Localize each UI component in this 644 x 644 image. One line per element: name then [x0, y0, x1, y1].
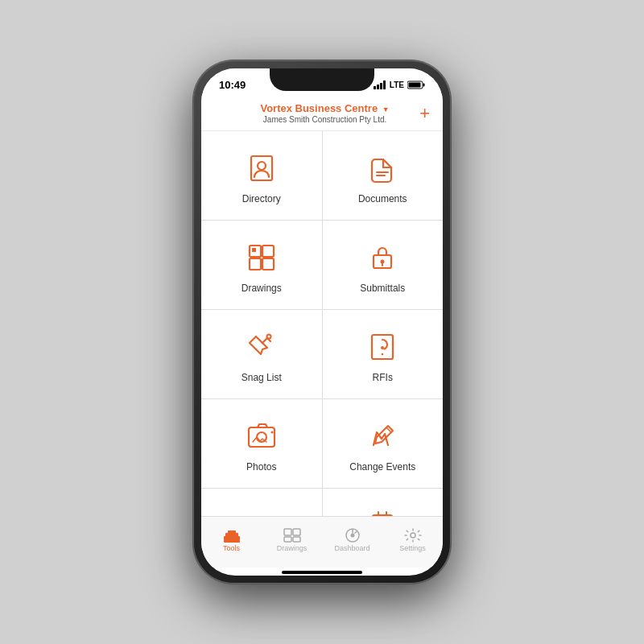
svg-rect-10 — [262, 246, 274, 257]
svg-rect-0 — [374, 86, 376, 89]
grid-item-commitments[interactable]: Commitments — [201, 489, 322, 516]
dropdown-icon[interactable]: ▼ — [382, 105, 390, 114]
documents-icon — [364, 150, 401, 187]
menu-grid: Directory Documents — [201, 131, 443, 516]
svg-point-39 — [350, 533, 354, 537]
svg-point-8 — [258, 162, 266, 170]
dashboard-nav-icon — [344, 528, 361, 543]
grid-item-directory[interactable]: Directory — [201, 131, 322, 220]
submittals-icon — [364, 239, 401, 276]
svg-rect-11 — [250, 258, 261, 270]
nav-item-dashboard[interactable]: Dashboard — [322, 517, 382, 563]
svg-rect-35 — [293, 529, 300, 535]
nav-item-settings[interactable]: Settings — [382, 517, 443, 563]
svg-rect-2 — [380, 83, 382, 89]
svg-rect-3 — [383, 80, 386, 89]
grid-item-snag-list[interactable]: Snag List — [201, 310, 322, 398]
svg-rect-31 — [224, 536, 240, 543]
svg-rect-33 — [228, 530, 236, 534]
nav-item-tools[interactable]: Tools — [201, 517, 262, 563]
svg-rect-13 — [252, 248, 256, 252]
svg-rect-12 — [262, 258, 274, 270]
svg-rect-5 — [423, 83, 425, 86]
lte-label: LTE — [390, 80, 404, 89]
add-button[interactable]: + — [419, 103, 430, 124]
grid-item-documents[interactable]: Documents — [323, 131, 444, 220]
svg-rect-36 — [284, 537, 291, 542]
change-events-icon — [364, 418, 401, 455]
tools-nav-icon — [223, 528, 241, 543]
header-center: Vortex Business Centre ▼ James Smith Con… — [230, 102, 419, 124]
status-time: 10:49 — [219, 79, 246, 91]
directory-icon — [243, 150, 280, 187]
grid-item-photos[interactable]: Photos — [201, 399, 322, 488]
dashboard-nav-label: Dashboard — [334, 544, 369, 552]
photos-label: Photos — [246, 461, 276, 473]
svg-point-17 — [266, 335, 270, 339]
site-diary-icon — [364, 507, 401, 516]
submittals-label: Submittals — [360, 283, 405, 294]
drawings-nav-icon — [283, 528, 301, 543]
header-subtitle: James Smith Construction Pty Ltd. — [230, 115, 419, 124]
rfis-label: RFIs — [373, 372, 393, 383]
phone-frame: 10:49 LTE — [193, 60, 451, 584]
header-title: Vortex Business Centre ▼ — [230, 102, 419, 114]
grid-container: Directory Documents — [201, 131, 443, 516]
snag-list-icon — [243, 328, 280, 365]
app-header: Vortex Business Centre ▼ James Smith Con… — [201, 97, 443, 131]
change-events-label: Change Events — [349, 461, 415, 473]
grid-item-submittals[interactable]: Submittals — [323, 221, 444, 309]
svg-line-41 — [354, 531, 356, 533]
battery-icon — [407, 80, 425, 89]
directory-label: Directory — [242, 193, 281, 204]
grid-item-drawings[interactable]: Drawings — [201, 221, 322, 309]
snag-list-label: Snag List — [242, 372, 282, 383]
svg-point-42 — [411, 533, 415, 538]
rfis-icon — [364, 328, 401, 365]
svg-rect-6 — [409, 82, 421, 87]
svg-rect-37 — [293, 537, 300, 542]
settings-nav-label: Settings — [399, 544, 426, 552]
svg-point-23 — [270, 431, 273, 434]
grid-item-change-events[interactable]: Change Events — [323, 399, 444, 488]
status-icons: LTE — [374, 80, 425, 89]
drawings-icon — [243, 239, 280, 276]
notch — [270, 68, 374, 91]
phone-screen: 10:49 LTE — [201, 68, 443, 576]
home-indicator — [282, 571, 362, 574]
commitments-icon — [243, 507, 280, 516]
photos-icon — [243, 418, 280, 455]
drawings-nav-label: Drawings — [277, 544, 308, 552]
signal-icon — [374, 80, 386, 89]
documents-label: Documents — [358, 193, 407, 204]
grid-item-site-diary[interactable]: Site Diary — [323, 489, 444, 516]
nav-item-drawings[interactable]: Drawings — [262, 517, 322, 563]
settings-nav-icon — [404, 528, 422, 543]
svg-rect-1 — [377, 85, 379, 89]
grid-item-rfis[interactable]: RFIs — [323, 310, 444, 398]
tools-nav-label: Tools — [223, 544, 240, 552]
drawings-label: Drawings — [242, 283, 282, 294]
svg-rect-34 — [284, 529, 291, 535]
screen-content: Vortex Business Centre ▼ James Smith Con… — [201, 97, 443, 576]
svg-rect-21 — [249, 427, 275, 447]
bottom-nav: Tools Drawings — [201, 516, 443, 568]
header-title-text: Vortex Business Centre — [260, 102, 378, 114]
